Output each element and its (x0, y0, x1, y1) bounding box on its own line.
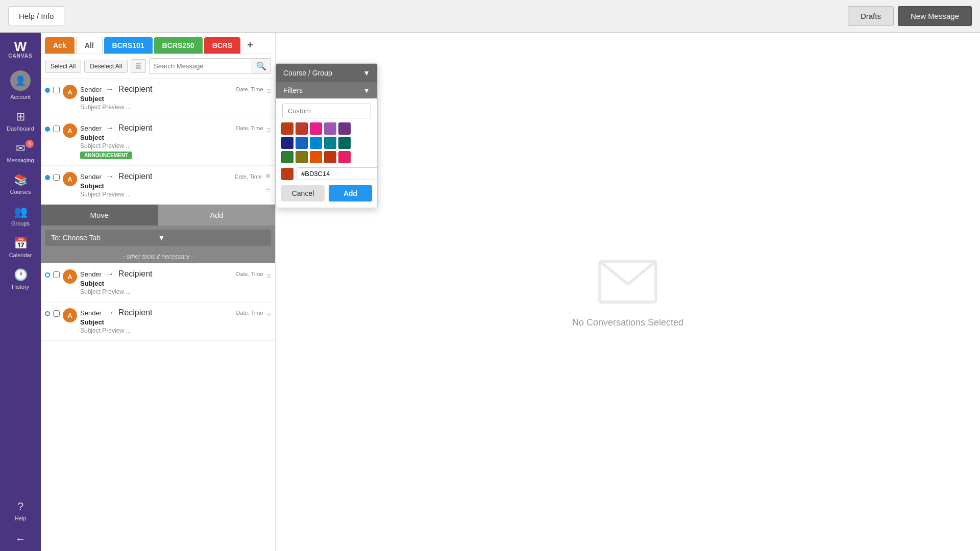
select-all-button[interactable]: Select All (45, 60, 81, 73)
sidebar-item-calendar[interactable]: 📅 Calendar (0, 232, 41, 263)
color-swatch[interactable] (281, 137, 293, 149)
message-checkbox[interactable] (53, 126, 60, 132)
groups-icon: 👥 (14, 205, 28, 218)
svg-line-2 (628, 261, 656, 284)
filters-dropdown[interactable]: Filters ▼ (276, 82, 377, 98)
color-swatch[interactable] (338, 151, 351, 163)
color-swatch[interactable] (338, 122, 351, 135)
list-item[interactable]: A Sender → Recipient Date, Time Subject … (41, 302, 275, 341)
tabs-row: Ack All BCRS101 BCRS250 BCRS + (41, 33, 275, 54)
arrow-icon: → (106, 172, 114, 181)
deselect-all-button[interactable]: Deselect All (84, 60, 128, 73)
hex-preview (281, 168, 293, 180)
message-sender: Sender (80, 173, 102, 181)
tab-add-button[interactable]: + (242, 37, 258, 53)
message-checkbox[interactable] (53, 174, 60, 181)
history-icon: 🕐 (14, 268, 28, 282)
chevron-down-icon: ▼ (363, 86, 370, 94)
hex-input[interactable] (297, 167, 378, 180)
avatar: A (63, 85, 77, 99)
list-item[interactable]: A Sender → Recipient Date, Time Subject … (41, 263, 275, 302)
drag-handle[interactable]: ≡ (265, 185, 270, 194)
color-swatch[interactable] (324, 151, 336, 163)
message-date: Date, Time (235, 173, 262, 180)
course-group-dropdown[interactable]: Course / Group ▼ (276, 64, 377, 82)
custom-input[interactable] (282, 104, 371, 118)
menu-button[interactable]: ☰ (131, 59, 146, 73)
list-item[interactable]: A Sender → Recipient Date, Time Subject … (41, 79, 275, 117)
search-input[interactable] (150, 60, 252, 72)
drag-handle[interactable]: ≡ (266, 310, 271, 319)
message-checkbox[interactable] (53, 271, 60, 278)
color-row-2 (281, 137, 372, 149)
move-tab[interactable]: Move (41, 205, 158, 226)
choose-tab-dropdown[interactable]: To: Choose Tab ▼ (45, 230, 271, 246)
tab-all[interactable]: All (76, 37, 103, 54)
sidebar-item-dashboard[interactable]: ⊞ Dashboard (0, 105, 41, 137)
close-icon[interactable]: ✕ (265, 172, 271, 180)
add-button[interactable]: Add (329, 185, 372, 202)
color-swatch[interactable] (281, 151, 293, 163)
chevron-down-icon: ▼ (158, 234, 265, 242)
sidebar-item-messaging[interactable]: ✉ 3 Messaging (0, 137, 41, 168)
message-content: Sender → Recipient Date, Time Subject Su… (80, 123, 263, 159)
message-recipient: Recipient (118, 269, 153, 278)
color-swatch[interactable] (324, 122, 336, 135)
color-swatch[interactable] (296, 151, 308, 163)
message-date: Date, Time (236, 271, 263, 277)
color-swatch[interactable] (324, 137, 336, 149)
sidebar-item-account[interactable]: 👤 Account (0, 65, 41, 105)
courses-icon: 📚 (14, 173, 28, 187)
announcement-tag: ANNOUNCEMENT (80, 152, 132, 159)
tab-ack[interactable]: Ack (45, 37, 75, 54)
sidebar-nav-arrow[interactable]: ← (0, 527, 41, 551)
message-sender-recipient: Sender → Recipient (80, 123, 153, 133)
unread-dot (45, 272, 50, 278)
sidebar-logo: W CANVAS (0, 33, 41, 65)
tab-bcrs101[interactable]: BCRS101 (104, 37, 153, 54)
arrow-icon: → (106, 123, 114, 132)
color-swatch[interactable] (338, 137, 351, 149)
message-sender: Sender (80, 309, 102, 317)
sidebar-item-courses[interactable]: 📚 Courses (0, 168, 41, 200)
sidebar-item-help[interactable]: ? Help (0, 495, 41, 527)
message-checkbox[interactable] (53, 87, 60, 93)
color-swatch[interactable] (310, 151, 322, 163)
list-item[interactable]: A Sender → Recipient Date, Time Subject … (41, 166, 275, 205)
hex-row (281, 167, 372, 180)
list-item[interactable]: A Sender → Recipient Date, Time Subject … (41, 117, 275, 166)
messaging-icon: ✉ (16, 142, 25, 155)
message-date: Date, Time (236, 125, 263, 131)
drag-handle[interactable]: ≡ (266, 271, 271, 281)
help-info-button[interactable]: Help / Info (8, 6, 64, 26)
message-content: Sender → Recipient Date, Time Subject Su… (80, 308, 263, 334)
filters-label: Filters (283, 86, 303, 94)
avatar: A (63, 172, 77, 186)
other-tools-label: - other tools if necessary - (41, 250, 275, 263)
message-sender: Sender (80, 270, 102, 278)
message-checkbox[interactable] (53, 310, 60, 317)
add-tab[interactable]: Add (158, 205, 276, 226)
content-area: No Conversations Selected (276, 33, 980, 551)
color-swatch[interactable] (296, 122, 308, 135)
sidebar-item-groups[interactable]: 👥 Groups (0, 200, 41, 232)
sidebar-item-history[interactable]: 🕐 History (0, 263, 41, 295)
color-swatch[interactable] (281, 122, 293, 135)
color-swatch[interactable] (310, 122, 322, 135)
message-header: Sender → Recipient Date, Time (80, 269, 263, 279)
drafts-button[interactable]: Drafts (848, 6, 894, 26)
drag-handle[interactable]: ≡ (266, 87, 271, 96)
messaging-badge: 3 (26, 140, 34, 148)
new-message-button[interactable]: New Message (898, 6, 972, 26)
tab-bcrs[interactable]: BCRS (204, 37, 241, 54)
message-sender-recipient: Sender → Recipient (80, 85, 153, 94)
dropdown-label: To: Choose Tab (51, 234, 158, 242)
color-swatch[interactable] (296, 137, 308, 149)
cancel-button[interactable]: Cancel (281, 185, 325, 202)
tab-bcrs250[interactable]: BCRS250 (154, 37, 203, 54)
logo-text: CANVAS (8, 53, 32, 59)
search-button[interactable]: 🔍 (252, 59, 271, 73)
sidebar-item-label: Dashboard (7, 126, 34, 132)
color-swatch[interactable] (310, 137, 322, 149)
drag-handle[interactable]: ≡ (266, 126, 271, 135)
